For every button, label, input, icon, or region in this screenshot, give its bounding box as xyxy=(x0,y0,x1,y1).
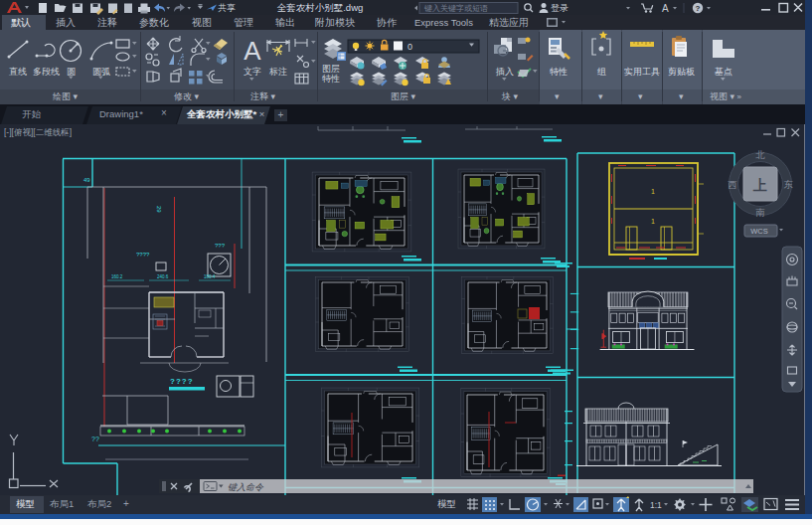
svg-text:1: 1 xyxy=(651,188,655,195)
svg-text:全套农村小别墅.dwg: 全套农村小别墅.dwg xyxy=(277,2,364,13)
svg-text:北: 北 xyxy=(755,149,765,160)
svg-text:WCS: WCS xyxy=(750,227,768,236)
svg-text:160.2: 160.2 xyxy=(111,274,123,279)
svg-text:南: 南 xyxy=(755,207,765,218)
svg-text:登录: 登录 xyxy=(551,3,568,13)
svg-text:共享: 共享 xyxy=(218,3,236,13)
svg-text:1: 1 xyxy=(651,218,655,225)
svg-text:西: 西 xyxy=(728,179,737,190)
svg-text:键入关键字或短语: 键入关键字或短语 xyxy=(423,4,488,13)
svg-text:180.4: 180.4 xyxy=(204,274,216,279)
svg-text:A: A xyxy=(244,36,261,66)
svg-text:东: 东 xyxy=(783,179,793,190)
svg-text:???: ??? xyxy=(215,243,226,249)
svg-text:????: ???? xyxy=(170,377,194,386)
svg-text:??: ?? xyxy=(91,436,99,442)
svg-text:49: 49 xyxy=(83,177,90,183)
svg-text:键入命令: 键入命令 xyxy=(228,482,264,492)
svg-text:240.6: 240.6 xyxy=(157,274,169,279)
svg-text:1:1: 1:1 xyxy=(650,500,662,510)
svg-text:0: 0 xyxy=(407,42,412,52)
svg-text:?: ? xyxy=(696,4,701,13)
svg-text:A: A xyxy=(662,3,669,14)
svg-text:????: ???? xyxy=(136,252,150,258)
svg-text:29: 29 xyxy=(156,206,162,213)
svg-text:上: 上 xyxy=(752,177,767,193)
svg-text:[-][俯视][二维线框]: [-][俯视][二维线框] xyxy=(4,127,72,137)
